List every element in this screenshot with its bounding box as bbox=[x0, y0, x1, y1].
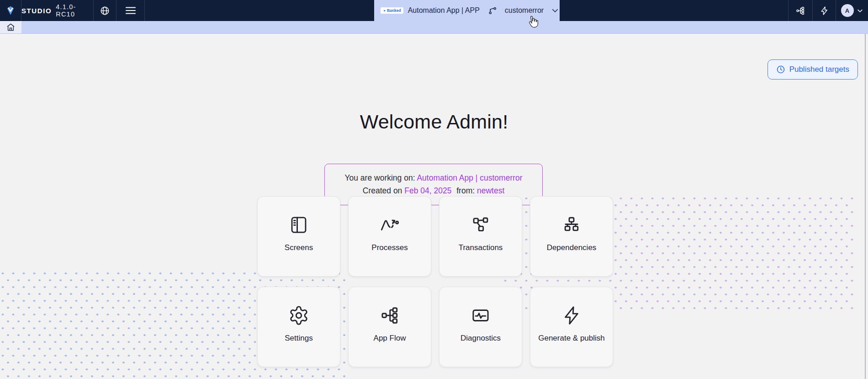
published-targets-label: Published targets bbox=[789, 65, 849, 74]
page-title: Welcome Admin! bbox=[0, 111, 868, 133]
card-diagnostics[interactable]: Diagnostics bbox=[439, 287, 522, 367]
settings-icon bbox=[288, 305, 309, 326]
brand-version: 4.1.0-RC10 bbox=[56, 3, 93, 18]
card-label: Screens bbox=[285, 243, 313, 252]
scrollbar[interactable] bbox=[865, 34, 866, 379]
screens-icon bbox=[288, 214, 309, 235]
app-flow-icon bbox=[379, 305, 400, 326]
lightning-bolt-icon bbox=[820, 6, 829, 16]
navigation-card-grid: Screens Processes bbox=[257, 196, 613, 367]
card-label: App Flow bbox=[374, 334, 406, 343]
from-branch-link[interactable]: newtest bbox=[477, 186, 504, 195]
created-prefix: Created on bbox=[363, 186, 402, 195]
card-generate-publish[interactable]: Generate & publish bbox=[530, 287, 613, 367]
home-icon bbox=[6, 22, 16, 32]
avatar: A bbox=[841, 4, 854, 17]
hamburger-icon bbox=[125, 6, 136, 15]
published-targets-button[interactable]: Published targets bbox=[767, 59, 858, 80]
card-transactions[interactable]: Transactions bbox=[439, 196, 522, 277]
card-label: Settings bbox=[285, 334, 312, 343]
tab-chevron-down-icon[interactable] bbox=[551, 6, 559, 15]
git-branch-icon bbox=[488, 6, 498, 16]
active-app-tab[interactable]: ▼ Banked Automation App | APP customerro… bbox=[374, 0, 560, 21]
card-processes[interactable]: Processes bbox=[348, 196, 431, 277]
card-label: Generate & publish bbox=[538, 334, 605, 343]
diagnostics-icon bbox=[470, 305, 491, 326]
created-date: Feb 04, 2025 bbox=[404, 186, 451, 195]
generate-publish-icon bbox=[561, 305, 582, 326]
user-chevron-down-icon bbox=[857, 7, 863, 14]
app-logo[interactable] bbox=[0, 0, 21, 21]
top-bar: STUDIO 4.1.0-RC10 ▼ Banked Automation Ap… bbox=[0, 0, 868, 21]
processes-icon bbox=[379, 214, 400, 235]
card-settings[interactable]: Settings bbox=[257, 287, 340, 367]
card-dependencies[interactable]: Dependencies bbox=[530, 196, 613, 277]
card-label: Processes bbox=[371, 243, 408, 252]
brand-name: STUDIO bbox=[21, 7, 52, 15]
brand-title: STUDIO 4.1.0-RC10 bbox=[21, 0, 94, 21]
app-flow-nav-button[interactable] bbox=[788, 0, 812, 21]
card-label: Transactions bbox=[459, 243, 503, 252]
card-screens[interactable]: Screens bbox=[257, 196, 340, 277]
app-tab-title: Automation App | APP bbox=[408, 6, 480, 15]
branch-name: customerror bbox=[505, 6, 544, 15]
card-label: Dependencies bbox=[547, 243, 597, 252]
badge-label: Banked bbox=[387, 8, 401, 13]
transactions-icon bbox=[470, 214, 491, 235]
working-app-link[interactable]: Automation App | customerror bbox=[417, 173, 522, 182]
working-on-line: You are working on: Automation App | cus… bbox=[329, 171, 538, 184]
app-status-badge: ▼ Banked bbox=[381, 7, 403, 14]
card-app-flow[interactable]: App Flow bbox=[348, 287, 431, 367]
topbar-right-cluster: A bbox=[788, 0, 868, 21]
card-label: Diagnostics bbox=[460, 334, 501, 343]
language-globe-button[interactable] bbox=[94, 0, 116, 21]
main-menu-button[interactable] bbox=[116, 0, 145, 21]
clock-icon bbox=[776, 65, 785, 74]
breadcrumb-bar bbox=[0, 21, 868, 34]
from-prefix: from: bbox=[456, 186, 475, 195]
brand-logo-icon bbox=[5, 5, 16, 16]
quick-actions-button[interactable] bbox=[812, 0, 836, 21]
working-prefix: You are working on: bbox=[344, 173, 415, 182]
created-line: Created on Feb 04, 2025 from: newtest bbox=[329, 184, 538, 197]
badge-logo-icon: ▼ bbox=[383, 9, 386, 12]
flow-hierarchy-icon bbox=[795, 5, 806, 16]
user-menu[interactable]: A bbox=[836, 0, 868, 21]
home-page: Published targets Welcome Admin! You are… bbox=[0, 34, 868, 379]
globe-icon bbox=[100, 5, 110, 16]
dependencies-icon bbox=[561, 214, 582, 235]
home-button[interactable] bbox=[0, 21, 21, 33]
